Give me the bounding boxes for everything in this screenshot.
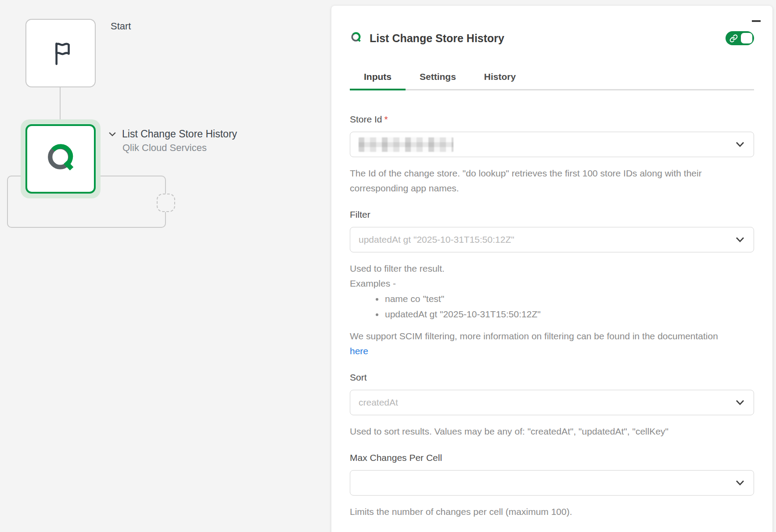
drop-placeholder[interactable]	[157, 194, 175, 212]
max-changes-help: Limits the number of changes per cell (m…	[350, 504, 754, 519]
flag-icon	[47, 39, 74, 68]
sort-label: Sort	[350, 372, 754, 383]
sort-select[interactable]: createdAt	[350, 390, 754, 415]
chevron-down-icon[interactable]	[736, 400, 744, 406]
toggle-knob[interactable]	[741, 33, 752, 43]
filter-help-line1: Used to filter the result.	[350, 261, 754, 276]
field-filter: Filter updatedAt gt "2025-10-31T15:50:12…	[350, 209, 754, 359]
panel-title: List Change Store History	[370, 32, 504, 45]
tab-settings[interactable]: Settings	[406, 68, 470, 89]
max-changes-label: Max Changes Per Cell	[350, 452, 754, 464]
node-label-row[interactable]: List Change Store History	[109, 128, 237, 140]
filter-help: Used to filter the result. Examples - na…	[350, 261, 754, 322]
chevron-down-icon[interactable]	[109, 130, 116, 138]
node-title: List Change Store History	[122, 128, 237, 140]
tab-history[interactable]: History	[470, 68, 530, 89]
redacted-value	[359, 137, 453, 152]
panel-header: List Change Store History	[350, 31, 754, 46]
filter-example-item: name co "test"	[384, 291, 754, 306]
qlik-node-block[interactable]	[25, 124, 96, 194]
node-subtitle: Qlik Cloud Services	[122, 142, 207, 154]
start-block-label: Start	[111, 21, 131, 32]
field-max-changes: Max Changes Per Cell Limits the number o…	[350, 452, 754, 519]
documentation-link[interactable]: here	[350, 346, 368, 356]
chevron-down-icon[interactable]	[736, 237, 744, 243]
sort-help: Used to sort results. Values may be any …	[350, 424, 754, 439]
filter-select[interactable]: updatedAt gt "2025-10-31T15:50:12Z"	[350, 227, 754, 252]
tab-inputs[interactable]: Inputs	[350, 68, 406, 89]
filter-placeholder: updatedAt gt "2025-10-31T15:50:12Z"	[359, 234, 514, 245]
config-panel: List Change Store History Inputs Setting…	[331, 6, 772, 532]
inputs-form: Store Id* The Id of the change store. "d…	[350, 90, 754, 519]
max-changes-select[interactable]	[350, 470, 754, 496]
start-block[interactable]	[25, 19, 96, 87]
filter-help-line2: Examples -	[350, 276, 754, 291]
chevron-down-icon[interactable]	[736, 142, 744, 147]
store-id-label: Store Id*	[350, 114, 754, 125]
chevron-down-icon[interactable]	[736, 480, 744, 486]
filter-label: Filter	[350, 209, 754, 220]
required-asterisk: *	[384, 114, 388, 124]
selected-node-glow	[21, 119, 101, 198]
scim-note: We support SCIM filtering, more informat…	[350, 329, 754, 359]
field-store-id: Store Id* The Id of the change store. "d…	[350, 114, 754, 196]
tab-bar: Inputs Settings History	[350, 68, 754, 90]
qlik-q-icon-small	[350, 31, 362, 45]
field-sort: Sort createdAt Used to sort results. Val…	[350, 372, 754, 439]
filter-example-item: updatedAt gt "2025-10-31T15:50:12Z"	[384, 306, 754, 322]
linked-toggle[interactable]	[726, 31, 754, 45]
qlik-q-icon	[44, 141, 77, 176]
minimize-button[interactable]	[752, 20, 761, 22]
store-id-help: The Id of the change store. "do lookup" …	[350, 166, 754, 196]
sort-placeholder: createdAt	[359, 397, 398, 408]
link-icon	[729, 34, 738, 43]
store-id-select[interactable]	[350, 132, 754, 157]
filter-examples-list: name co "test" updatedAt gt "2025-10-31T…	[350, 291, 754, 322]
